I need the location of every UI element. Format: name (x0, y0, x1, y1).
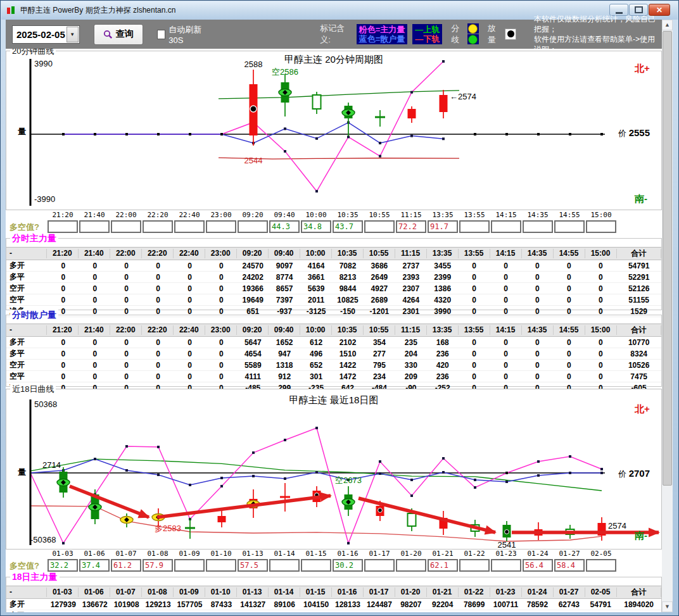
duokong-value-box: 57.5 (238, 559, 268, 572)
row-label: 空平 (6, 294, 48, 305)
query-button[interactable]: 查询 (94, 24, 143, 45)
legend-retail: 蓝色=散户量 (359, 34, 405, 44)
duokong-cell: 13:55 (459, 211, 490, 233)
duokong-time-label: 01-06 (79, 550, 110, 559)
column-header: 01-21 (427, 588, 459, 597)
divergence-green-icon (468, 35, 478, 44)
row-label: 多开 (6, 599, 48, 610)
cell-value: 0 (174, 361, 206, 370)
table-row: 多开00000056471652612210235423516800000107… (6, 337, 661, 348)
cell-value: 7475 (616, 372, 661, 381)
scroll-down-icon[interactable]: ▼ (662, 601, 673, 612)
chevron-down-icon[interactable]: ▼ (67, 27, 79, 42)
cell-value: 2689 (364, 296, 395, 305)
duokong-time-label: 01-22 (459, 550, 490, 559)
date-value: 2025-02-05 (13, 29, 67, 40)
duokong-cell: 14:35 (522, 211, 554, 233)
duokong-cell: 10:55 (364, 211, 395, 233)
column-header: 01-22 (459, 588, 490, 597)
cell-value: 0 (79, 284, 111, 293)
cell-value: 0 (111, 273, 143, 282)
column-header: 10:35 (332, 249, 364, 258)
column-header: 合计 (617, 249, 662, 258)
duokong-cell: 15:00 (585, 211, 617, 233)
cell-value: 129213 (143, 600, 174, 609)
cell-value: 0 (459, 273, 490, 282)
cell-value: 0 (79, 273, 111, 282)
cell-value: 0 (521, 284, 553, 293)
cell-value: 795 (364, 361, 395, 370)
disclaimer-line1: 本软件仅做数据分析统计，风险自己把握； (534, 14, 662, 34)
vertical-scrollbar[interactable]: ▲ ▼ (662, 20, 673, 612)
column-header: 22:20 (142, 249, 174, 258)
chart-18day-box-label: 近18日曲线 (10, 384, 56, 395)
duokong-cell: 01-14 (269, 550, 300, 572)
section-title: 分时主力量 (10, 233, 58, 244)
cell-value: 2649 (364, 273, 395, 282)
cell-value: 0 (174, 261, 206, 270)
scrollbar-thumb[interactable] (663, 31, 672, 486)
auto-refresh-toggle[interactable]: 自动刷新 30S (157, 24, 213, 45)
cell-value: 8657 (269, 284, 300, 293)
cell-value: 8213 (332, 273, 364, 282)
date-select[interactable]: 2025-02-05 ▼ (12, 25, 80, 44)
column-header: 10:55 (364, 249, 395, 258)
cell-value: 0 (79, 372, 111, 381)
cell-value: 24202 (237, 273, 269, 282)
legend-upper-track: —上轨 (415, 25, 440, 34)
cell-value: 0 (111, 372, 143, 381)
duokong-cell: 13:3591.7 (427, 211, 459, 233)
price-label: 价 2707 (618, 468, 650, 480)
cell-value: 0 (553, 273, 585, 282)
cell-value: 0 (585, 349, 616, 358)
cell-value: 5589 (237, 361, 269, 370)
column-header: 22:40 (174, 249, 205, 258)
cell-value: 128133 (332, 600, 364, 609)
cell-value: 0 (553, 372, 585, 381)
cell-value: 0 (48, 361, 79, 370)
duokong-value-box (554, 220, 585, 233)
scroll-up-icon[interactable]: ▲ (662, 20, 673, 30)
column-header: 13:55 (459, 249, 490, 258)
table-row: 空开00000055891318652142279533042000000105… (6, 360, 661, 371)
cell-value: 0 (79, 349, 111, 358)
svg-text:2574: 2574 (608, 521, 626, 531)
cell-value: 52126 (616, 284, 661, 293)
chart-18day-title: 甲醇主连 最近18日图 (6, 394, 661, 406)
cell-value: 98207 (395, 600, 427, 609)
maximize-icon (635, 6, 643, 13)
duokong-cell: 01-22 (459, 550, 490, 572)
cell-value: 100711 (490, 600, 522, 609)
cell-value: 200398 (332, 612, 364, 613)
duokong-cell: 01-1630.2 (332, 550, 364, 572)
auto-refresh-label: 自动刷新 30S (168, 24, 212, 45)
south-label: 南- (635, 530, 647, 542)
table-row: 多开00000024570909741647082368627373455000… (6, 260, 661, 272)
cell-value: 136672 (79, 600, 111, 609)
cell-value: 78592 (521, 600, 553, 609)
cell-value: 102969 (427, 612, 459, 613)
cell-value: 0 (553, 349, 585, 358)
cell-value: 0 (521, 338, 553, 347)
window-frame: 甲醇主连 PowerBy 期货主力神探 zlshentan.cn ✕ 2025-… (0, 0, 679, 616)
checkbox-icon[interactable] (157, 30, 165, 39)
row-label: 多平 (6, 348, 48, 359)
duokong-cell: 01-2456.4 (522, 550, 554, 572)
svg-text:2541: 2541 (498, 540, 516, 548)
duokong-value-box (174, 220, 205, 233)
table-row: 空开00000019366865756399844492723071386000… (6, 283, 661, 294)
legend-tracks: —上轨 —下轨 (412, 24, 442, 44)
duokong-time-label: 22:00 (110, 211, 142, 220)
column-header: 10:00 (300, 249, 332, 258)
duokong-time-label: 01-15 (300, 550, 332, 559)
window-title: 甲醇主连 PowerBy 期货主力神探 zlshentan.cn (20, 5, 175, 16)
cell-value: 0 (585, 361, 616, 370)
duokong-time-label: 22:20 (142, 211, 174, 220)
duokong-cell: 01-0857.9 (142, 550, 174, 572)
duokong-cell: 01-0761.2 (110, 550, 142, 572)
cell-value: 87433 (205, 600, 237, 609)
cell-value: 0 (521, 296, 553, 305)
y-axis-label: 量 (18, 126, 26, 137)
duokong-cell: 01-17 (364, 550, 395, 572)
cell-value: 330 (395, 361, 427, 370)
